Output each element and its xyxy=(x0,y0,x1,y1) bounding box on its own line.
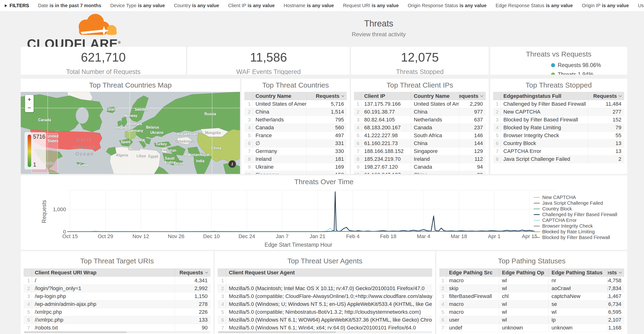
svg-text:Jan 7: Jan 7 xyxy=(276,233,289,239)
table-row[interactable]: 3 80.82.64.105 Netherlands 637 xyxy=(354,116,486,124)
svg-text:Mongolia: Mongolia xyxy=(205,131,221,135)
table-row[interactable]: 4 Mozilla/5.0 (Windows; U; Windows NT 5.… xyxy=(218,300,432,308)
col-pathing-status: Edge Pathing Status xyxy=(548,268,608,277)
table-row[interactable]: 3 Blocked by Filter Based Firewall 152 xyxy=(493,116,624,124)
table-row[interactable]: 2 60.191.38.77 China 977 xyxy=(354,108,486,116)
table-row[interactable]: 5 macro wl wl 6,595 xyxy=(439,308,624,316)
table-row[interactable]: 7 undef unknown unknown 1,168 xyxy=(439,324,624,332)
zoom-in-button[interactable]: + xyxy=(25,95,34,104)
filter-item[interactable]: Origin IPis any value xyxy=(582,3,629,8)
table-row[interactable]: 2 China 1,514 xyxy=(244,108,347,116)
table-row[interactable]: 7 Germany 330 xyxy=(244,147,347,155)
table-row[interactable]: 5 41.222.227.98 South Africa 146 xyxy=(354,132,486,140)
world-map[interactable]: CanadaUnitedStatesMexicoCubaIcelandNorwa… xyxy=(21,92,240,174)
table-row[interactable]: 2 skip wl aoCrawl 37,834 xyxy=(439,285,624,292)
zoom-out-button[interactable]: − xyxy=(25,104,34,112)
table-row[interactable]: 2 /login/?login_only=1 2,992 xyxy=(24,285,210,292)
map-info-button[interactable]: i xyxy=(228,160,236,168)
table-row[interactable]: 7 188.166.188.152 Singapore 129 xyxy=(354,147,486,155)
filters-label: FILTERS xyxy=(10,3,29,8)
table-row[interactable]: 1 / 4,341 xyxy=(24,277,210,285)
table-row[interactable]: 3 Mozilla/5.0 (compatible; CloudFlare-Al… xyxy=(218,292,432,300)
filter-item[interactable]: Edge Response Statusis any value xyxy=(496,3,573,8)
col-requests-sort[interactable]: Requests xyxy=(459,92,486,100)
filter-bar: FILTERS Dateis in the past 7 months Devi… xyxy=(0,0,644,12)
table-row[interactable]: 9 198.27.67.120 Canada 94 xyxy=(354,163,486,171)
table-row[interactable]: 4 macro wl se 6,734 xyxy=(439,300,624,308)
cloudflare-logo: CLOUDFLARE® xyxy=(27,13,125,46)
table-row[interactable]: 7 /robots.txt 90 xyxy=(24,324,210,332)
table-row[interactable]: 6 user wl ip 2,107 xyxy=(439,316,624,324)
filter-item[interactable]: Dateis in the past 7 months xyxy=(38,3,101,8)
table-row[interactable]: 3 /wp-login.php 1,150 xyxy=(24,292,210,300)
stat-value: 621,710 xyxy=(21,50,186,64)
top-threat-countries-panel: Top Threat Countries Country Name Reques… xyxy=(242,79,350,174)
cloudflare-cloud-icon xyxy=(70,13,125,37)
col-client-ip: Client IP xyxy=(361,92,411,100)
scrollbar-thumb[interactable] xyxy=(218,331,336,333)
horizontal-scrollbar[interactable] xyxy=(24,331,210,333)
table-row[interactable]: 2 Mozilla/5.0 (Macintosh; Intel Mac OS X… xyxy=(218,285,432,292)
table-row[interactable]: 5 Browser Integrity Check 55 xyxy=(493,132,624,140)
sort-chevron-icon xyxy=(480,94,483,97)
table-row[interactable]: 9 Ukraine 169 xyxy=(244,163,347,171)
legend-label: Challenged by Filter Based Firewall xyxy=(542,212,617,217)
table-row[interactable]: 1 Challenged by Filter Based Firewall 11… xyxy=(493,100,624,108)
svg-text:India: India xyxy=(196,159,204,163)
table-body: 1 United States of America 5,716 2 China… xyxy=(244,100,347,174)
table-row[interactable]: 5 France 497 xyxy=(244,132,347,140)
table-row[interactable]: 5 /xmlrpc.php 226 xyxy=(24,308,210,316)
svg-text:Ireland: Ireland xyxy=(115,126,126,130)
filter-item[interactable]: Origin Response Statusis any value xyxy=(408,3,487,8)
table-row[interactable]: 7 CAPTCHA Error 13 xyxy=(493,147,624,155)
scrollbar-thumb[interactable] xyxy=(24,331,127,333)
table-body: 1 Challenged by Filter Based Firewall 11… xyxy=(493,100,624,163)
col-requests-sort[interactable]: Requests xyxy=(608,268,624,277)
col-requests-sort[interactable]: Requests xyxy=(306,92,347,100)
table-row[interactable]: 10 61.160.247.127 China 89 xyxy=(354,171,486,174)
stat-value: 11,586 xyxy=(187,50,350,64)
filter-item[interactable]: User Agentis any value xyxy=(638,3,644,8)
stat-label: Total Number of Requests xyxy=(21,68,186,75)
svg-text:Iraq: Iraq xyxy=(161,148,167,152)
filters-toggle[interactable]: FILTERS xyxy=(5,3,29,8)
table-row[interactable]: 8 185.234.219.70 Ireland 112 xyxy=(354,155,486,163)
table-row[interactable]: 6 61.160.221.73 China 144 xyxy=(354,140,486,147)
table-row[interactable]: 1 xyxy=(218,277,432,285)
table-row[interactable]: 5 Mozilla/5.0 (compatible; Nimbostratus-… xyxy=(218,308,432,316)
table-row[interactable]: 8 Ireland 181 xyxy=(244,155,347,163)
table-row[interactable]: 2 New CAPTCHA 277 xyxy=(493,108,624,116)
table-row[interactable]: 6 Country Block 13 xyxy=(493,140,624,147)
table-row[interactable]: 10 Singapore 158 xyxy=(244,171,347,174)
table-row[interactable]: 3 filterBasedFirewall chl captchaNew 11,… xyxy=(439,292,624,300)
table-row[interactable]: 4 68.183.200.167 Canada 237 xyxy=(354,124,486,132)
filter-item[interactable]: Countryis any value xyxy=(174,3,219,8)
filter-item[interactable]: Hostnameis any value xyxy=(284,3,334,8)
filter-item[interactable]: Request URIis any value xyxy=(343,3,399,8)
svg-text:Apr 1: Apr 1 xyxy=(488,233,500,239)
legend-item: New CAPTCHA xyxy=(534,195,617,200)
table-row[interactable]: 6 Mozilla/5.0 (Windows NT 6.1; WOW64) Ap… xyxy=(218,316,432,324)
table-row[interactable]: 4 Canada 560 xyxy=(244,124,347,132)
table-row[interactable]: 1 137.175.79.166 United States of Americ… xyxy=(354,100,486,108)
col-user-agent: Client Request User Agent xyxy=(226,268,432,277)
table-row[interactable]: 3 Netherlands 795 xyxy=(244,116,347,124)
table-row[interactable]: 4 /wp-admin/admin-ajax.php 278 xyxy=(24,300,210,308)
table-row[interactable]: 6 //xmlrpc.php 133 xyxy=(24,316,210,324)
table-row[interactable]: 1 United States of America 5,716 xyxy=(244,100,347,108)
table-row[interactable]: 6 ∅ 331 xyxy=(244,140,347,147)
filter-item[interactable]: Device Typeis any value xyxy=(110,3,165,8)
filter-item[interactable]: Client IPis any value xyxy=(228,3,274,8)
svg-text:Jan 21: Jan 21 xyxy=(310,233,325,239)
svg-text:Nov 12: Nov 12 xyxy=(132,233,149,239)
legend-max: 5716 xyxy=(33,134,45,140)
legend-line-icon xyxy=(534,220,540,221)
horizontal-scrollbar[interactable] xyxy=(218,331,432,333)
col-requests-sort[interactable]: Requests xyxy=(588,92,624,100)
table-row[interactable]: 1 macro wl nr 554,758 xyxy=(439,277,624,285)
countries-table: Country Name Requests 1 United States of… xyxy=(244,92,347,174)
col-requests-sort[interactable]: Requests xyxy=(175,268,210,277)
table-row[interactable]: 8 Java Script Challenge Failed 2 xyxy=(493,155,624,163)
table-row[interactable]: 7 Mozilla/5.0 (Windows NT 6.1; Win64; x6… xyxy=(218,324,432,332)
table-row[interactable]: 4 Blocked by Rate Limiting 79 xyxy=(493,124,624,132)
